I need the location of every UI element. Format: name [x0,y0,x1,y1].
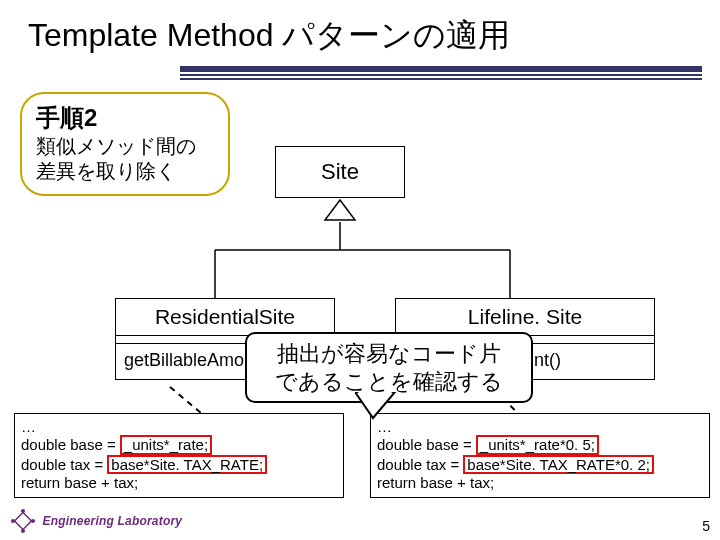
footer-logo-text: Engineering Laboratory [42,514,182,528]
slide-title: Template Method パターンの適用 [0,0,720,66]
step-callout: 手順2 類似メソッド間の 差異を取り除く [20,92,230,196]
uml-class-name: Lifeline. Site [396,299,654,336]
code-line: … [377,418,703,435]
code-highlight: _units*_rate; [120,435,212,454]
step-body: 類似メソッド間の 差異を取り除く [36,134,214,184]
svg-point-10 [21,529,25,533]
code-box-right: … double base = _units*_rate*0. 5; doubl… [370,413,710,498]
code-line: return base + tax; [21,474,337,491]
uml-class-site: Site [275,146,405,198]
lab-logo-icon [8,506,38,536]
code-text: double tax = [377,456,463,473]
svg-point-8 [21,509,25,513]
title-rule [180,66,702,80]
code-line: double base = _units*_rate*0. 5; [377,435,703,454]
step-heading: 手順2 [36,102,214,134]
code-box-left: … double base = _units*_rate; double tax… [14,413,344,498]
code-text: double tax = [21,456,107,473]
step-body-line2: 差異を取り除く [36,160,176,182]
code-text: double base = [377,436,476,453]
svg-marker-0 [325,200,355,220]
code-line: double tax = base*Site. TAX_RATE; [21,455,337,474]
page-number: 5 [702,518,710,534]
speech-line2: であることを確認する [275,369,503,394]
svg-point-9 [31,519,35,523]
svg-point-11 [11,519,15,523]
code-highlight: _units*_rate*0. 5; [476,435,599,454]
code-line: return base + tax; [377,474,703,491]
uml-class-name: ResidentialSite [116,299,334,336]
svg-rect-7 [15,513,32,530]
code-highlight: base*Site. TAX_RATE; [107,455,267,474]
note-link-left-icon [169,386,201,413]
step-body-line1: 類似メソッド間の [36,135,196,157]
speech-line1: 抽出が容易なコード片 [277,341,501,366]
code-line: … [21,418,337,435]
code-line: double tax = base*Site. TAX_RATE*0. 2; [377,455,703,474]
uml-inheritance-arrow-icon [323,198,357,224]
code-line: double base = _units*_rate; [21,435,337,454]
speech-tail-icon [355,392,405,422]
code-highlight: base*Site. TAX_RATE*0. 2; [463,455,654,474]
code-text: double base = [21,436,120,453]
footer-logo: Engineering Laboratory [8,506,182,536]
